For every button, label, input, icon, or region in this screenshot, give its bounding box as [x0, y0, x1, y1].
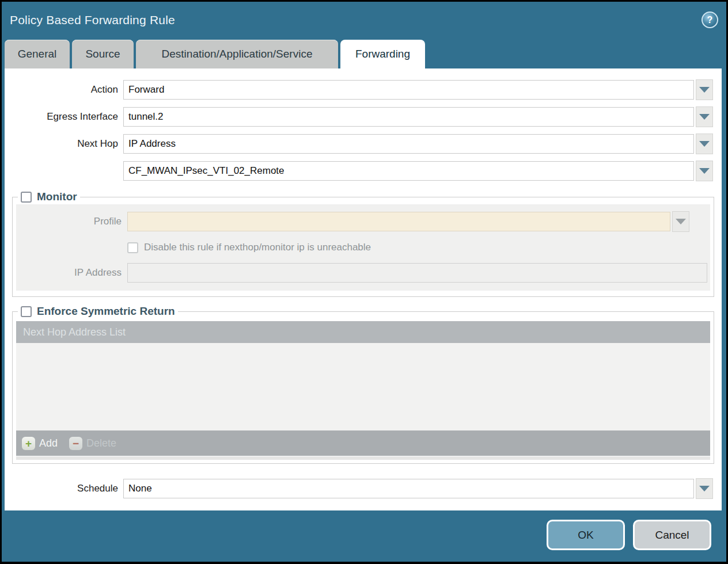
tab-general[interactable]: General: [5, 40, 70, 68]
next-hop-dropdown-button[interactable]: [696, 134, 713, 154]
action-dropdown-button[interactable]: [696, 79, 713, 100]
table-scrollbar-track: [16, 456, 710, 460]
table-header-label: Next Hop Address List: [23, 326, 126, 338]
next-hop-select[interactable]: IP Address: [123, 134, 694, 154]
add-button-label: Add: [39, 437, 58, 449]
table-header: Next Hop Address List: [16, 321, 710, 343]
profile-row: Profile: [16, 211, 710, 232]
delete-button: − Delete: [69, 437, 116, 450]
schedule-select[interactable]: None: [123, 479, 694, 498]
chevron-down-icon: [699, 114, 710, 120]
profile-select: [127, 212, 670, 231]
chevron-down-icon: [699, 168, 710, 174]
monitor-fieldset: Monitor Profile: [12, 190, 714, 297]
tab-destination-application-service[interactable]: Destination/Application/Service: [136, 40, 338, 68]
disable-rule-row: Disable this rule if nexthop/monitor ip …: [16, 239, 710, 256]
help-icon[interactable]: ?: [702, 12, 718, 28]
chevron-down-icon: [699, 87, 710, 93]
help-glyph: ?: [707, 15, 713, 25]
cancel-button[interactable]: Cancel: [633, 520, 711, 550]
minus-icon: −: [69, 437, 82, 450]
chevron-down-icon: [699, 141, 710, 147]
disable-rule-label: Disable this rule if nexthop/monitor ip …: [144, 242, 371, 253]
next-hop-address-dropdown-button[interactable]: [696, 161, 713, 181]
schedule-value: None: [128, 483, 152, 494]
next-hop-address-value: CF_MWAN_IPsec_VTI_02_Remote: [128, 165, 285, 177]
tab-content-forwarding: Action Forward Egress Interface tunnel.2: [5, 68, 722, 510]
monitor-legend: Monitor: [18, 190, 80, 203]
action-select[interactable]: Forward: [123, 80, 694, 100]
table-toolbar: + Add − Delete: [16, 430, 710, 456]
schedule-row: Schedule None: [5, 478, 722, 499]
monitor-ip-address-label: IP Address: [16, 267, 127, 279]
dialog-footer: OK Cancel: [2, 510, 726, 559]
add-button[interactable]: + Add: [22, 437, 58, 450]
egress-interface-label: Egress Interface: [5, 111, 123, 123]
ok-button[interactable]: OK: [547, 520, 625, 550]
schedule-dropdown-button[interactable]: [696, 478, 713, 499]
chevron-down-icon: [676, 219, 686, 224]
monitor-panel: Profile Disable this rule if nexthop/mon…: [16, 204, 710, 291]
monitor-checkbox[interactable]: [21, 192, 32, 203]
next-hop-address-row: CF_MWAN_IPsec_VTI_02_Remote: [5, 161, 722, 181]
monitor-legend-label: Monitor: [37, 190, 77, 203]
tab-bar: General Source Destination/Application/S…: [2, 40, 726, 68]
egress-interface-row: Egress Interface tunnel.2: [5, 106, 722, 127]
tab-source[interactable]: Source: [72, 40, 134, 68]
symmetric-return-legend: Enforce Symmetric Return: [18, 305, 178, 318]
next-hop-address-list-table: Next Hop Address List + Add − Delete: [16, 321, 710, 460]
monitor-ip-address-row: IP Address: [16, 263, 710, 283]
egress-interface-select[interactable]: tunnel.2: [123, 107, 694, 127]
profile-label: Profile: [16, 216, 127, 227]
monitor-ip-address-input: [127, 263, 707, 283]
plus-icon: +: [22, 437, 35, 450]
tab-forwarding[interactable]: Forwarding: [340, 40, 425, 68]
action-row: Action Forward: [5, 79, 722, 100]
delete-button-label: Delete: [86, 437, 116, 449]
action-value: Forward: [128, 84, 164, 96]
title-bar: Policy Based Forwarding Rule ?: [2, 2, 726, 40]
table-body[interactable]: [16, 343, 710, 430]
next-hop-label: Next Hop: [5, 138, 123, 150]
egress-interface-dropdown-button[interactable]: [696, 106, 713, 127]
chevron-down-icon: [699, 486, 710, 491]
symmetric-return-checkbox[interactable]: [21, 306, 32, 317]
next-hop-address-select[interactable]: CF_MWAN_IPsec_VTI_02_Remote: [123, 161, 694, 181]
symmetric-return-legend-label: Enforce Symmetric Return: [37, 305, 175, 318]
pbf-rule-dialog: Policy Based Forwarding Rule ? General S…: [2, 2, 726, 562]
action-label: Action: [5, 84, 123, 96]
disable-rule-checkbox: [127, 242, 138, 253]
page-title: Policy Based Forwarding Rule: [10, 13, 175, 27]
symmetric-return-fieldset: Enforce Symmetric Return Next Hop Addres…: [12, 305, 714, 464]
egress-interface-value: tunnel.2: [128, 111, 164, 123]
next-hop-value: IP Address: [128, 138, 176, 150]
schedule-label: Schedule: [5, 483, 123, 494]
profile-dropdown-button: [672, 211, 689, 232]
next-hop-row: Next Hop IP Address: [5, 134, 722, 154]
